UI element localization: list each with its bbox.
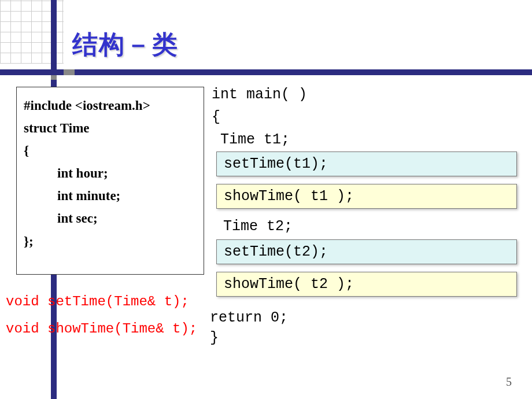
code-line: int minute; [24, 184, 197, 207]
horizontal-bar [0, 69, 532, 75]
code-line: { [212, 106, 307, 129]
grid-decoration [0, 0, 81, 81]
code-line: int hour; [24, 162, 197, 184]
code-line: int main( ) [212, 84, 307, 106]
func-decl-settime: void setTime(Time& t); [6, 294, 189, 309]
call-settime-t2-box: setTime(t2); [216, 239, 517, 264]
code-text: showTime( t1 ); [224, 188, 354, 205]
main-code-block: int main( ) { Time t1; [212, 84, 307, 151]
code-line: Time t1; [212, 129, 307, 152]
code-line: }; [24, 230, 197, 253]
code-text: setTime(t1); [224, 156, 328, 172]
code-line-t2: Time t2; [223, 218, 293, 235]
call-showtime-t1-box: showTime( t1 ); [216, 184, 517, 209]
code-line-close: } [210, 330, 219, 346]
call-showtime-t2-box: showTime( t2 ); [216, 272, 517, 297]
struct-code-box: #include <iostream.h> struct Time { int … [16, 87, 204, 275]
code-line: int sec; [24, 207, 197, 230]
page-number: 5 [506, 375, 512, 389]
func-decl-showtime: void showTime(Time& t); [6, 321, 197, 337]
code-line-return: return 0; [210, 309, 288, 326]
code-line: #include <iostream.h> [24, 94, 197, 117]
code-text: showTime( t2 ); [224, 276, 354, 293]
code-line: struct Time [24, 117, 197, 139]
code-text: setTime(t2); [224, 243, 328, 260]
code-line: { [24, 139, 197, 162]
slide-title: 结构－类 [72, 28, 179, 62]
call-settime-t1-box: setTime(t1); [216, 152, 517, 176]
